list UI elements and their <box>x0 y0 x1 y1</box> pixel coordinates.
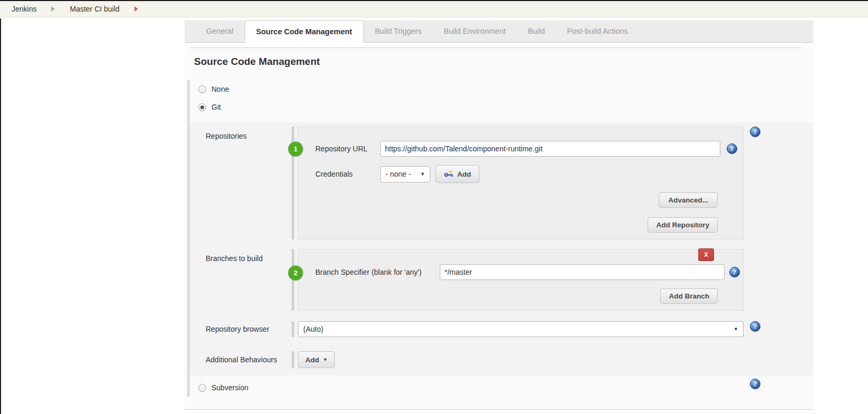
section-bar <box>292 351 294 368</box>
add-credentials-label: Add <box>457 170 471 178</box>
branches-panel-actions: Add Branch <box>298 288 743 304</box>
tab-general[interactable]: General <box>195 20 245 42</box>
repository-browser-selected-value: (Auto) <box>303 325 323 333</box>
chevron-right-icon <box>51 6 55 12</box>
radio-subversion[interactable] <box>198 384 206 392</box>
add-behaviour-label: Add <box>305 356 319 364</box>
breadcrumb-item-jenkins[interactable]: Jenkins <box>12 5 36 13</box>
help-icon[interactable]: ? <box>750 379 760 389</box>
help-icon[interactable]: ? <box>750 127 760 137</box>
branch-specifier-label: Branch Specifier (blank for 'any') <box>315 268 440 276</box>
branches-panel: X 2 Branch Specifier (blank for 'any') ?… <box>298 249 744 311</box>
tab-source-code-management[interactable]: Source Code Management <box>245 20 364 43</box>
help-icon[interactable]: ? <box>727 143 737 154</box>
breadcrumb-item-job[interactable]: Master CI build <box>70 5 119 13</box>
credentials-label: Credentials <box>315 170 380 178</box>
section-bar <box>292 321 294 337</box>
repository-url-label: Repository URL <box>315 145 380 153</box>
additional-behaviours-label: Additional Behaviours <box>190 351 292 364</box>
add-repository-button[interactable]: Add Repository <box>648 217 718 233</box>
branches-row: Branches to build X 2 Branch Specifier (… <box>190 249 813 311</box>
step-badge-2: 2 <box>288 266 303 280</box>
scm-option-git[interactable]: Git <box>190 98 813 116</box>
branch-specifier-row: Branch Specifier (blank for 'any') ? <box>315 264 743 280</box>
config-tabbar: General Source Code Management Build Tri… <box>185 20 813 43</box>
branch-specifier-input[interactable] <box>440 264 725 280</box>
delete-branch-button[interactable]: X <box>698 248 714 261</box>
radio-none[interactable] <box>198 85 206 93</box>
repositories-row: Repositories 1 Repository URL ? Credenti… <box>190 127 813 239</box>
job-config-content: General Source Code Management Build Tri… <box>185 20 813 410</box>
help-icon[interactable]: ? <box>750 321 760 332</box>
credentials-select[interactable]: - none - ▼ <box>380 166 430 182</box>
repository-url-row: Repository URL ? <box>315 141 743 157</box>
repository-browser-select[interactable]: (Auto) ▼ <box>298 321 744 337</box>
radio-git-label: Git <box>211 103 221 111</box>
add-credentials-button[interactable]: Add <box>436 165 479 183</box>
repository-browser-row: Repository browser (Auto) ▼ ? <box>190 321 813 337</box>
scm-option-subversion[interactable]: Subversion ? <box>190 379 813 397</box>
tab-build[interactable]: Build <box>517 20 556 42</box>
additional-behaviours-row: Additional Behaviours Add ▼ <box>190 351 813 368</box>
left-pane <box>0 18 185 414</box>
radio-git[interactable] <box>198 103 206 111</box>
chevron-down-icon: ▼ <box>728 326 738 332</box>
breadcrumb: Jenkins Master CI build <box>0 0 868 17</box>
chevron-down-icon: ▼ <box>415 171 425 177</box>
repositories-label: Repositories <box>190 127 292 140</box>
advanced-button[interactable]: Advanced... <box>659 192 718 208</box>
chevron-down-icon: ▼ <box>323 357 327 362</box>
repository-url-input[interactable] <box>380 141 720 157</box>
content-body: Source Code Management None Git Reposito… <box>185 47 813 410</box>
git-config-block: Repositories 1 Repository URL ? Credenti… <box>190 122 813 376</box>
key-icon <box>444 170 454 178</box>
scm-section: None Git Repositories 1 Repository UR <box>187 80 813 397</box>
branches-label: Branches to build <box>190 249 292 263</box>
repository-panel: 1 Repository URL ? Credentials - none - … <box>298 127 744 239</box>
radio-subversion-label: Subversion <box>211 383 248 392</box>
tab-build-triggers[interactable]: Build Triggers <box>364 20 433 42</box>
add-behaviour-button[interactable]: Add ▼ <box>298 351 335 368</box>
chevron-right-icon[interactable] <box>134 6 138 12</box>
divider <box>190 47 802 48</box>
radio-none-label: None <box>211 85 229 93</box>
credentials-selected-value: - none - <box>385 170 411 178</box>
tab-build-environment[interactable]: Build Environment <box>432 20 517 42</box>
step-badge-1: 1 <box>288 142 303 156</box>
scm-option-none[interactable]: None <box>190 80 813 98</box>
help-icon[interactable]: ? <box>729 267 740 277</box>
add-branch-button[interactable]: Add Branch <box>660 288 718 304</box>
page-title: Source Code Management <box>194 56 813 68</box>
repository-panel-actions: Advanced... Add Repository <box>298 192 743 233</box>
tab-post-build-actions[interactable]: Post-build Actions <box>556 20 639 42</box>
credentials-row: Credentials - none - ▼ <box>315 165 743 183</box>
repository-browser-label: Repository browser <box>190 321 292 333</box>
